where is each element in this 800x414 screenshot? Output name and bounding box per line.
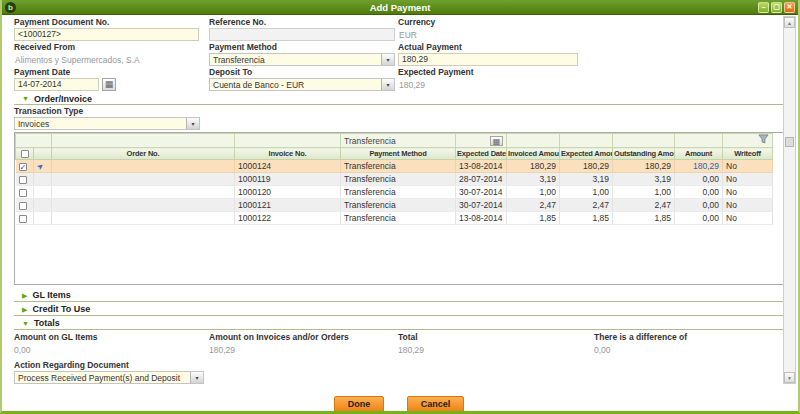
cell-amount[interactable]: 0,00: [675, 212, 723, 225]
deposit-to-select[interactable]: Cuenta de Banco - EUR ▾: [209, 78, 395, 91]
cell-amount[interactable]: 0,00: [675, 173, 723, 186]
checkbox-checked-icon[interactable]: ✓: [19, 163, 27, 171]
cell-invoice-no[interactable]: 1000120: [235, 186, 341, 199]
cell-invoice-no[interactable]: 1000119: [235, 173, 341, 186]
action-regarding-document-select[interactable]: Process Received Payment(s) and Deposit …: [14, 371, 204, 384]
checkbox-icon[interactable]: [21, 150, 29, 158]
header-writeoff[interactable]: Writeoff: [723, 148, 773, 160]
filter-cell-outstanding-amount[interactable]: [613, 134, 675, 148]
cell-expected-amount[interactable]: 2,47: [560, 199, 613, 212]
cell-outstanding-amount[interactable]: 180,29: [613, 160, 675, 173]
header-expected-date[interactable]: Expected Date: [456, 148, 507, 160]
cell-amount[interactable]: 180,29: [675, 160, 723, 173]
filter-cell-expected-amount[interactable]: [560, 134, 613, 148]
header-invoiced-amount[interactable]: Invoiced Amount: [507, 148, 560, 160]
section-totals[interactable]: ▼ Totals: [14, 317, 784, 330]
row-edit-cell[interactable]: ➤: [34, 160, 52, 173]
cell-expected-date[interactable]: 13-08-2014: [456, 160, 507, 173]
cell-payment-method[interactable]: Transferencia: [341, 199, 456, 212]
cell-invoiced-amount[interactable]: 3,19: [507, 173, 560, 186]
table-row[interactable]: 1000119 Transferencia 28-07-2014 3,19 3,…: [16, 173, 773, 186]
cell-outstanding-amount[interactable]: 3,19: [613, 173, 675, 186]
transaction-type-select[interactable]: Invoices ▾: [14, 117, 200, 130]
cell-payment-method[interactable]: Transferencia: [341, 173, 456, 186]
cell-writeoff[interactable]: No: [723, 186, 773, 199]
cell-order-no[interactable]: [52, 186, 235, 199]
scroll-down-icon[interactable]: ▼: [784, 372, 795, 383]
row-select-cell[interactable]: ✓: [16, 160, 34, 173]
row-select-cell[interactable]: [16, 199, 34, 212]
cell-invoiced-amount[interactable]: 2,47: [507, 199, 560, 212]
cell-invoice-no[interactable]: 1000121: [235, 199, 341, 212]
checkbox-icon[interactable]: [19, 202, 27, 210]
table-row[interactable]: 1000122 Transferencia 13-08-2014 1,85 1,…: [16, 212, 773, 225]
cell-order-no[interactable]: [52, 199, 235, 212]
cell-expected-date[interactable]: 30-07-2014: [456, 199, 507, 212]
cell-expected-date[interactable]: 30-07-2014: [456, 186, 507, 199]
cell-order-no[interactable]: [52, 173, 235, 186]
filter-cell-order-no[interactable]: [52, 134, 235, 148]
filter-cell-invoice-no[interactable]: [235, 134, 341, 148]
chevron-down-icon[interactable]: ▾: [381, 54, 394, 65]
cell-amount[interactable]: 0,00: [675, 186, 723, 199]
vertical-scrollbar[interactable]: ▲ ▼: [783, 16, 796, 384]
cell-expected-amount[interactable]: 1,00: [560, 186, 613, 199]
done-button[interactable]: Done: [334, 396, 385, 413]
payment-date-input[interactable]: 14-07-2014: [14, 78, 99, 91]
cell-expected-date[interactable]: 13-08-2014: [456, 212, 507, 225]
checkbox-icon[interactable]: [19, 189, 27, 197]
calendar-icon[interactable]: ▦: [490, 136, 503, 146]
calendar-icon[interactable]: ▦: [102, 78, 116, 91]
cell-outstanding-amount[interactable]: 2,47: [613, 199, 675, 212]
cell-amount[interactable]: 0,00: [675, 199, 723, 212]
cell-payment-method[interactable]: Transferencia: [341, 212, 456, 225]
row-edit-cell[interactable]: [34, 173, 52, 186]
filter-cell-expected-date[interactable]: ▦: [456, 134, 507, 148]
reference-no-input[interactable]: [209, 28, 395, 41]
checkbox-icon[interactable]: [19, 176, 27, 184]
maximize-button[interactable]: ▢: [771, 2, 782, 13]
cell-invoiced-amount[interactable]: 1,85: [507, 212, 560, 225]
section-credit-to-use[interactable]: ▶ Credit To Use: [14, 303, 784, 316]
cell-invoiced-amount[interactable]: 180,29: [507, 160, 560, 173]
minimize-button[interactable]: −: [758, 2, 769, 13]
header-payment-method[interactable]: Payment Method: [341, 148, 456, 160]
cell-writeoff[interactable]: No: [723, 160, 773, 173]
chevron-down-icon[interactable]: ▾: [381, 79, 394, 90]
cell-order-no[interactable]: [52, 160, 235, 173]
cancel-button[interactable]: Cancel: [407, 396, 465, 413]
row-select-cell[interactable]: [16, 186, 34, 199]
filter-cell-payment-method[interactable]: Transferencia: [341, 134, 456, 148]
cell-invoiced-amount[interactable]: 1,00: [507, 186, 560, 199]
checkbox-icon[interactable]: [19, 215, 27, 223]
row-edit-cell[interactable]: [34, 212, 52, 225]
dialog-titlebar[interactable]: b Add Payment − ▢ ✕: [2, 0, 798, 15]
table-row[interactable]: 1000121 Transferencia 30-07-2014 2,47 2,…: [16, 199, 773, 212]
cell-expected-amount[interactable]: 3,19: [560, 173, 613, 186]
row-select-cell[interactable]: [16, 212, 34, 225]
table-row[interactable]: 1000120 Transferencia 30-07-2014 1,00 1,…: [16, 186, 773, 199]
close-button[interactable]: ✕: [784, 2, 795, 13]
cell-writeoff[interactable]: No: [723, 212, 773, 225]
cell-order-no[interactable]: [52, 212, 235, 225]
cell-writeoff[interactable]: No: [723, 199, 773, 212]
header-expected-amount[interactable]: Expected Amount: [560, 148, 613, 160]
chevron-down-icon[interactable]: ▾: [190, 372, 203, 383]
cell-invoice-no[interactable]: 1000122: [235, 212, 341, 225]
cell-invoice-no[interactable]: 1000124: [235, 160, 341, 173]
payment-document-no-input[interactable]: <1000127>: [14, 28, 199, 41]
row-select-cell[interactable]: [16, 173, 34, 186]
cell-outstanding-amount[interactable]: 1,00: [613, 186, 675, 199]
actual-payment-input[interactable]: 180,29: [398, 53, 578, 66]
scrollbar-thumb[interactable]: [785, 137, 794, 147]
payment-method-select[interactable]: Transferencia ▾: [209, 53, 395, 66]
row-edit-cell[interactable]: [34, 199, 52, 212]
cell-outstanding-amount[interactable]: 1,85: [613, 212, 675, 225]
header-outstanding-amount[interactable]: Outstanding Amount: [613, 148, 675, 160]
section-order-invoice[interactable]: ▼ Order/Invoice: [14, 93, 784, 105]
filter-cell-invoiced-amount[interactable]: [507, 134, 560, 148]
chevron-down-icon[interactable]: ▾: [186, 118, 199, 129]
section-gl-items[interactable]: ▶ GL Items: [14, 289, 784, 302]
filter-cell-select[interactable]: [16, 134, 52, 148]
header-invoice-no[interactable]: Invoice No.: [235, 148, 341, 160]
